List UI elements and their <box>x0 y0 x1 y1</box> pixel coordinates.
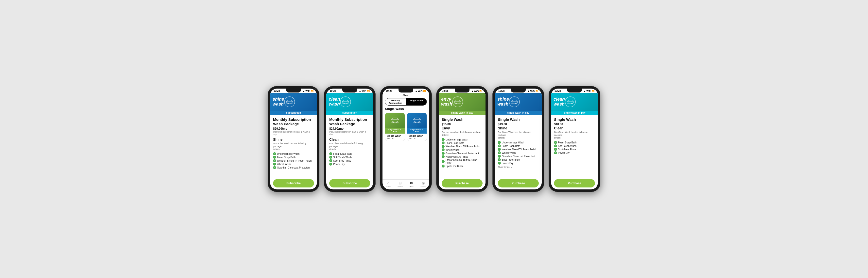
package-price: $29.99/mo <box>273 127 314 130</box>
check-icon: ✓ <box>498 162 501 165</box>
phone-2: 19:28 ▲ WiFi 📶 ✕ clean wash <box>324 86 376 192</box>
wash-card-shine[interactable]: single wash in-bay Single Wash $13.00 <box>407 113 427 141</box>
brand-line2: wash <box>329 102 340 107</box>
close-button[interactable]: ✕ <box>538 89 541 91</box>
close-button[interactable]: ✕ <box>426 89 429 91</box>
feature-text: Power Dry <box>502 162 514 165</box>
feature-item: ✓ Foam Soap Bath <box>442 141 483 144</box>
tab-home[interactable]: ⌂ Home <box>386 181 391 187</box>
wash-card-shine-image <box>407 113 427 128</box>
check-icon: ✓ <box>498 151 501 154</box>
feature-item: ✓ Weather Shield Tri Foam Polish <box>442 145 483 148</box>
close-button[interactable]: ✕ <box>370 89 373 91</box>
check-icon: ✓ <box>329 152 332 155</box>
hero-content: clean wash <box>551 93 598 111</box>
segment-single[interactable]: Single Wash <box>406 98 427 105</box>
profile-icon: ◉ <box>422 181 425 185</box>
status-icons: ▲ WiFi 📶 <box>359 90 370 92</box>
feature-text: Spot-Free Rinse <box>445 165 464 168</box>
bottom-bar: Subscribe <box>270 177 317 189</box>
check-icon: ✓ <box>442 152 444 155</box>
feature-text: High Pressure Rinse <box>445 155 468 158</box>
content-area: Single Wash $10.00 Clean Our Clean Wash … <box>551 115 598 177</box>
status-time: 19:28 <box>274 90 280 92</box>
feature-text: Undercarriage Wash <box>445 138 468 141</box>
status-icons: ▲ WiFi 📶 <box>527 90 538 92</box>
close-button[interactable]: ✕ <box>314 89 316 91</box>
tab-shop[interactable]: 🛍 Shop <box>410 181 414 187</box>
check-icon: ✓ <box>329 156 332 159</box>
feature-text: Spot-Free Rinse <box>502 159 520 161</box>
feature-text: Wheel Wash <box>502 151 516 154</box>
check-icon: ✓ <box>273 152 276 155</box>
action-button[interactable]: Purchase <box>498 179 539 187</box>
hero-label: single wash in-bay <box>495 111 542 115</box>
stores-icon: ⊟ <box>399 181 402 185</box>
check-icon: ✓ <box>442 165 444 168</box>
brand-line2: wash <box>497 102 509 107</box>
feature-item: ✓ Power Dry <box>554 151 595 154</box>
feature-text: Wheel Wash <box>445 149 459 151</box>
tab-shop-label: Shop <box>410 185 414 187</box>
brand-line1: clean <box>554 97 565 102</box>
tab-stores[interactable]: ⊟ Stores <box>397 181 403 187</box>
feature-item: ✓ Spot-Free Rinse <box>329 159 370 162</box>
feature-item: ✓ Power Dry <box>329 163 370 166</box>
section-title: Clean <box>554 126 595 130</box>
check-icon: ✓ <box>442 160 444 163</box>
feature-item: ✓ Weather Shield Tri Foam Polish <box>273 159 314 162</box>
show-terms[interactable]: Show terms ⌄ <box>498 166 539 168</box>
close-button[interactable]: ✕ <box>482 89 485 91</box>
status-time: 19:28 <box>386 90 392 92</box>
notch <box>511 89 526 93</box>
feature-item: ✓ Power Dry <box>498 162 539 165</box>
feature-list: ✓ Undercarriage Wash ✓ Foam Soap Bath ✓ … <box>273 152 314 169</box>
segment-monthly[interactable]: Monthly Subscription <box>385 98 406 105</box>
wash-card-envy[interactable]: single wash in-bay Single Wash $15.00 <box>385 113 405 141</box>
brand-line1: shine <box>497 97 509 102</box>
tab-home-label: Home <box>386 185 391 187</box>
hero-banner: clean wash single wash in-bay <box>551 93 598 115</box>
hero-banner: shine wash single wash in-bay <box>495 93 542 115</box>
wash-cards: single wash in-bay Single Wash $15.00 <box>385 113 427 141</box>
feature-text: Guardian Clearcoat Protectant <box>277 166 310 169</box>
wash-card-envy-info: Single Wash $15.00 <box>385 134 405 141</box>
check-icon: ✓ <box>273 156 276 159</box>
feature-text: Undercarriage Wash <box>502 141 524 144</box>
feature-text: Foam Soap Bath <box>558 141 577 144</box>
wash-card-envy-price: $15.00 <box>387 137 403 140</box>
check-icon: ✓ <box>273 163 276 166</box>
action-button[interactable]: Subscribe <box>273 179 314 187</box>
hero-content: shine wash <box>495 93 542 111</box>
content-area: Single Wash $13.00 Shine Our Shine Wash … <box>495 115 542 177</box>
package-price: $10.00 <box>554 123 595 126</box>
action-button[interactable]: Purchase <box>442 179 483 187</box>
status-icons: ▲ WiFi 📶 <box>471 90 482 92</box>
tab-profile[interactable]: ◉ Profile <box>421 181 426 187</box>
close-button[interactable]: ✕ <box>595 89 597 91</box>
action-button[interactable]: Subscribe <box>329 179 370 187</box>
status-time: 19:28 <box>442 90 448 92</box>
phone-5: 19:28 ▲ WiFi 📶 ✕ shine wash <box>492 86 544 192</box>
section-description: Our Clean Wash has the following package… <box>329 142 370 151</box>
package-title: Monthly SubscriptionWash Package <box>273 117 314 126</box>
feature-item: ✓ Undercarriage Wash <box>273 152 314 155</box>
action-button[interactable]: Purchase <box>554 179 595 187</box>
check-icon: ✓ <box>498 155 501 158</box>
brand-line1: envy <box>441 97 452 102</box>
single-wash-heading: Single Wash <box>385 107 427 111</box>
hero-banner: shine wash subscription <box>270 93 317 115</box>
feature-list: ✓ Undercarriage Wash ✓ Foam Soap Bath ✓ … <box>442 138 483 168</box>
hero-label: single wash in-bay <box>551 111 598 115</box>
section-description: Our top wash has the following package d… <box>442 131 483 137</box>
feature-item: ✓ Guardian Clearcoat Protectant <box>498 155 539 158</box>
segment-control[interactable]: Monthly Subscription Single Wash <box>385 98 427 106</box>
hero-label: subscription <box>326 111 373 115</box>
feature-item: ✓ Spot-Free Rinse <box>442 165 483 168</box>
check-icon: ✓ <box>329 159 332 162</box>
feature-item: ✓ Weather Shield Tri Foam Polish <box>498 148 539 151</box>
feature-item: ✓ Soft Touch Wash <box>554 144 595 147</box>
check-icon: ✓ <box>554 148 557 151</box>
screen: 19:28 ▲ WiFi 📶 ✕ envy wash <box>439 89 486 189</box>
content-area: Single Wash $15.00 Envy Our top wash has… <box>439 115 486 177</box>
